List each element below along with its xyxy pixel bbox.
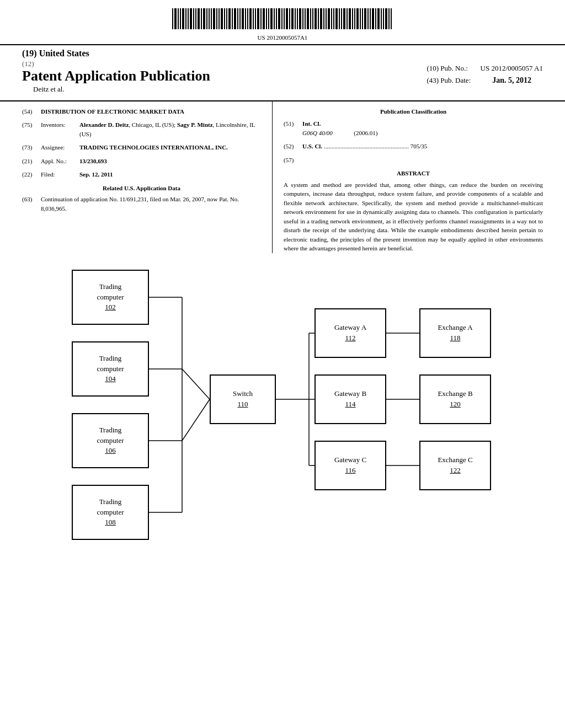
box-tc106: Tradingcomputer106	[72, 413, 149, 468]
field-21-content: 13/230,693	[79, 157, 261, 166]
field-51-content: Int. Cl. G06Q 40/00 (2006.01)	[302, 119, 543, 137]
svg-rect-80	[381, 8, 382, 29]
field-75-label: Inventors:	[41, 120, 79, 138]
svg-rect-53	[310, 8, 311, 29]
field-75-num: (75)	[22, 120, 41, 138]
field-73: (73) Assignee: TRADING TECHNOLOGIES INTE…	[22, 143, 261, 152]
svg-rect-46	[291, 8, 294, 29]
field-52-label: U.S. Cl.	[302, 143, 322, 149]
inventors-line: Deitz et al.	[22, 85, 210, 94]
pub-date-label: (43) Pub. Date:	[427, 76, 471, 84]
svg-rect-44	[286, 8, 288, 29]
svg-rect-84	[391, 8, 392, 29]
svg-rect-18	[218, 8, 220, 29]
svg-rect-0	[172, 8, 173, 29]
box-tc108: Tradingcomputer108	[72, 485, 149, 540]
svg-rect-59	[326, 8, 327, 29]
pub-date-row: (43) Pub. Date: Jan. 5, 2012	[427, 74, 543, 87]
svg-rect-49	[299, 8, 301, 29]
svg-rect-60	[328, 8, 330, 29]
svg-rect-5	[185, 8, 186, 29]
box-tc106-label: Tradingcomputer106	[97, 425, 124, 456]
field-52: (52) U.S. Cl. ..........................…	[284, 142, 543, 151]
box-gwb114-label: Gateway B114	[334, 389, 366, 409]
related-data-title: Related U.S. Application Data	[22, 184, 261, 193]
field-54: (54) DISTRIBUTION OF ELECTRONIC MARKET D…	[22, 107, 261, 116]
svg-rect-71	[356, 8, 359, 29]
box-exa118: Exchange A118	[419, 308, 491, 358]
svg-rect-39	[274, 8, 275, 29]
svg-rect-16	[213, 8, 215, 29]
svg-rect-22	[228, 8, 231, 29]
svg-rect-27	[242, 8, 244, 29]
field-75-content: Alexander D. Deitz, Chicago, IL (US); Sa…	[79, 120, 261, 138]
svg-rect-66	[343, 8, 345, 29]
svg-rect-82	[385, 8, 387, 29]
field-73-num: (73)	[22, 143, 41, 152]
svg-rect-42	[281, 8, 282, 29]
svg-rect-23	[232, 8, 233, 29]
svg-rect-3	[180, 8, 181, 29]
svg-rect-2	[178, 8, 179, 29]
title-block: (19) United States (12) Patent Applicati…	[0, 44, 565, 96]
field-22-label: Filed:	[41, 170, 79, 179]
left-col: (54) DISTRIBUTION OF ELECTRONIC MARKET D…	[22, 101, 272, 253]
box-exa118-label: Exchange A118	[438, 323, 472, 342]
patent-app-pub-title: Patent Application Publication	[22, 68, 210, 84]
svg-rect-68	[349, 8, 351, 29]
pub-class-title: Publication Classification	[284, 107, 543, 116]
box-gwa112-label: Gateway A112	[334, 323, 366, 342]
svg-rect-31	[253, 8, 254, 29]
field-51-label: Int. Cl.	[302, 120, 321, 127]
field-22-content: Sep. 12, 2011	[79, 170, 261, 179]
right-col: Publication Classification (51) Int. Cl.…	[272, 101, 543, 253]
right-header: (10) Pub. No.: US 2012/0005057 A1 (43) P…	[427, 60, 543, 87]
svg-rect-35	[263, 8, 265, 29]
svg-rect-57	[320, 8, 322, 29]
box-exc122: Exchange C122	[419, 441, 491, 490]
svg-rect-50	[302, 8, 303, 29]
svg-rect-47	[295, 8, 296, 29]
svg-rect-34	[260, 8, 262, 29]
svg-rect-29	[247, 8, 248, 29]
svg-rect-72	[360, 8, 361, 29]
prefix-12: (12)	[22, 60, 210, 68]
box-tc104-label: Tradingcomputer104	[97, 354, 124, 384]
box-gwb114: Gateway B114	[315, 374, 386, 424]
svg-rect-24	[234, 8, 236, 29]
box-tc102: Tradingcomputer102	[72, 270, 149, 325]
barcode-image	[167, 6, 398, 34]
box-exc122-label: Exchange C122	[438, 455, 472, 475]
field-52-num: (52)	[284, 142, 302, 151]
svg-rect-7	[190, 8, 192, 29]
box-exb120: Exchange B120	[419, 374, 491, 424]
svg-rect-14	[209, 8, 210, 29]
svg-line-88	[182, 369, 210, 399]
svg-rect-28	[245, 8, 246, 29]
svg-rect-15	[211, 8, 212, 29]
field-51: (51) Int. Cl. G06Q 40/00 (2006.01)	[284, 119, 543, 137]
box-sw110-label: Switch110	[233, 389, 253, 409]
svg-rect-62	[333, 8, 334, 29]
svg-rect-1	[174, 8, 177, 29]
svg-rect-17	[216, 8, 217, 29]
field-57-num: (57)	[284, 156, 302, 165]
svg-rect-13	[206, 8, 207, 29]
svg-rect-58	[323, 8, 324, 29]
field-52-value: 705/35	[411, 143, 428, 149]
box-tc102-label: Tradingcomputer102	[97, 282, 124, 312]
field-63-content: Continuation of application No. 11/691,2…	[41, 195, 261, 213]
pub-no-label: (10) Pub. No.:	[427, 64, 467, 72]
svg-rect-9	[195, 8, 196, 29]
patent-title-row: (12) Patent Application Publication Deit…	[22, 60, 543, 96]
svg-rect-81	[383, 8, 384, 29]
field-73-content: TRADING TECHNOLOGIES INTERNATIONAL, INC.	[79, 143, 261, 152]
main-section: (54) DISTRIBUTION OF ELECTRONIC MARKET D…	[0, 100, 565, 253]
pub-number: US 20120005057A1	[0, 34, 565, 41]
field-21-label: Appl. No.:	[41, 157, 79, 166]
box-tc104: Tradingcomputer104	[72, 341, 149, 397]
svg-rect-20	[224, 8, 225, 29]
svg-rect-8	[193, 8, 194, 29]
svg-rect-79	[377, 8, 380, 29]
svg-rect-26	[239, 8, 241, 29]
